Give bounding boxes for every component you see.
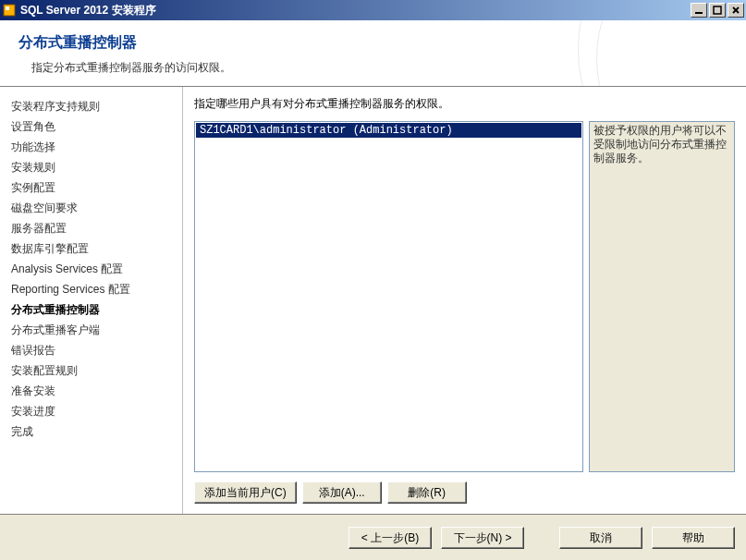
user-buttons-row: 添加当前用户(C) 添加(A)... 删除(R) xyxy=(194,481,735,504)
sidebar-item[interactable]: 数据库引擎配置 xyxy=(7,238,175,259)
page-subtitle: 指定分布式重播控制器服务的访问权限。 xyxy=(18,60,728,76)
cancel-button[interactable]: 取消 xyxy=(559,527,642,549)
sidebar-item[interactable]: 分布式重播客户端 xyxy=(7,320,175,340)
sidebar-item[interactable]: Analysis Services 配置 xyxy=(7,259,175,279)
titlebar: SQL Server 2012 安装程序 xyxy=(0,0,746,20)
window-title: SQL Server 2012 安装程序 xyxy=(20,3,689,18)
sidebar-item[interactable]: 实例配置 xyxy=(7,177,175,198)
sidebar: 安装程序支持规则设置角色功能选择安装规则实例配置磁盘空间要求服务器配置数据库引擎… xyxy=(0,87,183,514)
add-button[interactable]: 添加(A)... xyxy=(302,481,382,504)
sidebar-item[interactable]: 安装程序支持规则 xyxy=(7,96,175,116)
remove-button[interactable]: 删除(R) xyxy=(387,481,467,504)
info-box: 被授予权限的用户将可以不受限制地访问分布式重播控制器服务。 xyxy=(589,121,735,472)
list-row: SZ1CARD1\administrator (Administrator) 被… xyxy=(194,121,735,472)
sidebar-item[interactable]: 完成 xyxy=(7,421,175,442)
sidebar-item[interactable]: 安装进度 xyxy=(7,401,175,421)
next-button[interactable]: 下一步(N) > xyxy=(441,527,524,549)
sidebar-item[interactable]: 服务器配置 xyxy=(7,218,175,238)
svg-rect-3 xyxy=(714,6,721,14)
page-title: 分布式重播控制器 xyxy=(18,33,728,53)
sidebar-item[interactable]: 设置角色 xyxy=(7,116,175,137)
sidebar-item[interactable]: 磁盘空间要求 xyxy=(7,198,175,218)
maximize-button[interactable] xyxy=(709,3,726,18)
close-button[interactable] xyxy=(728,3,744,18)
app-icon xyxy=(2,3,17,18)
main-content: 指定哪些用户具有对分布式重播控制器服务的权限。 SZ1CARD1\adminis… xyxy=(183,87,746,514)
svg-rect-1 xyxy=(6,6,9,10)
instruction-text: 指定哪些用户具有对分布式重播控制器服务的权限。 xyxy=(194,96,735,112)
sidebar-item[interactable]: Reporting Services 配置 xyxy=(7,279,175,299)
sidebar-item[interactable]: 安装规则 xyxy=(7,157,175,177)
header-panel: 分布式重播控制器 指定分布式重播控制器服务的访问权限。 xyxy=(0,20,746,87)
header-decoration xyxy=(543,20,746,86)
sidebar-item[interactable]: 错误报告 xyxy=(7,340,175,360)
sidebar-item[interactable]: 准备安装 xyxy=(7,381,175,401)
svg-rect-2 xyxy=(695,12,703,14)
minimize-button[interactable] xyxy=(691,3,707,18)
sidebar-item[interactable]: 功能选择 xyxy=(7,137,175,157)
add-current-user-button[interactable]: 添加当前用户(C) xyxy=(194,481,297,504)
footer: < 上一步(B) 下一步(N) > 取消 帮助 xyxy=(0,514,746,560)
sidebar-item[interactable]: 分布式重播控制器 xyxy=(7,299,175,320)
sidebar-item[interactable]: 安装配置规则 xyxy=(7,360,175,381)
user-list-item[interactable]: SZ1CARD1\administrator (Administrator) xyxy=(196,123,581,138)
user-list[interactable]: SZ1CARD1\administrator (Administrator) xyxy=(194,121,583,472)
body-area: 安装程序支持规则设置角色功能选择安装规则实例配置磁盘空间要求服务器配置数据库引擎… xyxy=(0,87,746,514)
help-button[interactable]: 帮助 xyxy=(652,527,735,549)
window-buttons xyxy=(689,3,744,18)
back-button[interactable]: < 上一步(B) xyxy=(349,527,432,549)
